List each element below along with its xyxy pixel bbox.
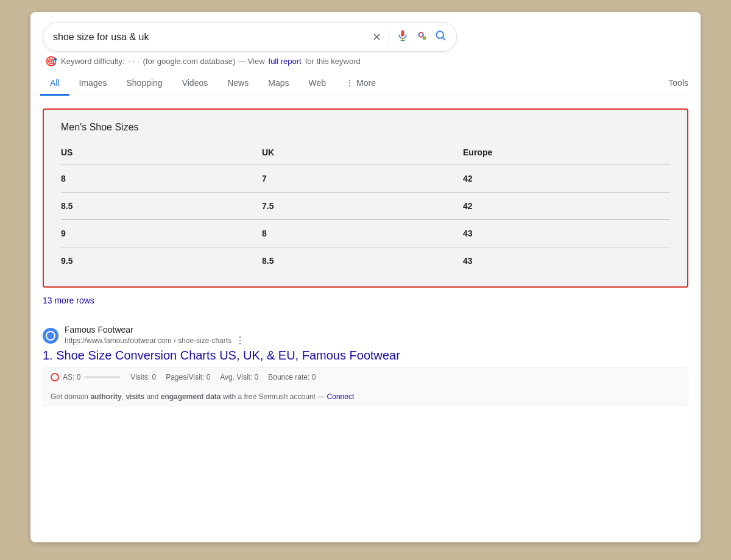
as-score: AS: 0 — [51, 373, 121, 381]
search-result-1: Famous Footwear https://www.famousfootwe… — [43, 325, 688, 406]
microphone-icon[interactable] — [397, 29, 409, 44]
table-row: 8.57.542 — [61, 193, 670, 220]
cell-uk-1: 7.5 — [262, 193, 463, 220]
tab-more[interactable]: ⋮ More — [336, 72, 386, 96]
result-source: Famous Footwear https://www.famousfootwe… — [43, 325, 688, 346]
cell-uk-0: 7 — [262, 165, 463, 193]
clear-icon[interactable]: ✕ — [372, 30, 381, 44]
result-menu-dots-icon[interactable]: ⋮ — [235, 335, 245, 346]
cell-europe-2: 43 — [463, 220, 670, 247]
tab-videos[interactable]: Videos — [172, 72, 218, 96]
result-site-name: Famous Footwear — [65, 325, 245, 335]
tab-all[interactable]: All — [40, 72, 69, 96]
more-rows-link[interactable]: 13 more rows — [43, 296, 94, 305]
kd-desc: (for google.com database) — View — [143, 57, 265, 66]
search-bar-area: shoe size for usa & uk ✕ — [30, 12, 701, 67]
favicon-inner — [46, 331, 55, 341]
tab-web[interactable]: Web — [298, 72, 336, 96]
pages-visit-label: Pages/Visit: 0 — [166, 373, 210, 381]
result-favicon — [43, 328, 58, 344]
result-title-link[interactable]: 1. Shoe Size Conversion Charts US, UK, &… — [43, 349, 688, 363]
kd-full-report-link[interactable]: full report — [269, 57, 302, 66]
shoe-size-box: Men's Shoe Sizes US UK Europe 87428.57.5… — [43, 108, 688, 288]
semrush-note: Get domain authority, visits and engagem… — [51, 392, 680, 401]
table-row: 9843 — [61, 220, 670, 247]
avg-visit-label: Avg. Visit: 0 — [220, 373, 258, 381]
nav-tabs: All Images Shopping Videos News Maps Web… — [30, 67, 701, 96]
table-row: 8742 — [61, 165, 670, 193]
tab-shopping[interactable]: Shopping — [116, 72, 172, 96]
result-stats-bar: AS: 0 Visits: 0 Pages/Visit: 0 Avg. Visi… — [43, 367, 688, 406]
result-url-row: https://www.famousfootwear.com › shoe-si… — [65, 335, 245, 346]
search-bar-row: shoe size for usa & uk ✕ — [43, 22, 688, 52]
cell-us-1: 8.5 — [61, 193, 262, 220]
svg-point-6 — [423, 37, 425, 39]
col-header-uk: UK — [262, 147, 463, 165]
as-label: AS: 0 — [63, 373, 80, 381]
kd-icon: 🎯 — [45, 55, 57, 67]
main-content: Men's Shoe Sizes US UK Europe 87428.57.5… — [30, 96, 701, 419]
col-header-us: US — [61, 147, 262, 165]
search-divider — [389, 30, 389, 44]
cell-uk-2: 8 — [262, 220, 463, 247]
semrush-connect-link[interactable]: Connect — [327, 392, 355, 401]
shoe-size-title: Men's Shoe Sizes — [61, 122, 670, 133]
search-box[interactable]: shoe size for usa & uk ✕ — [43, 22, 457, 52]
cell-uk-3: 8.5 — [262, 247, 463, 275]
tab-tools[interactable]: Tools — [659, 72, 701, 96]
table-row: 9.58.543 — [61, 247, 670, 275]
lens-icon[interactable] — [415, 29, 428, 45]
kd-dots: · · · — [129, 57, 139, 66]
tab-images[interactable]: Images — [69, 72, 117, 96]
svg-line-8 — [443, 38, 445, 40]
tab-news[interactable]: News — [217, 72, 258, 96]
search-input[interactable]: shoe size for usa & uk — [53, 32, 372, 43]
cell-europe-0: 42 — [463, 165, 670, 193]
kd-suffix: for this keyword — [305, 57, 361, 66]
svg-rect-0 — [401, 30, 404, 37]
bounce-rate-label: Bounce rate: 0 — [268, 373, 316, 381]
cell-us-3: 9.5 — [61, 247, 262, 275]
cell-europe-1: 42 — [463, 193, 670, 220]
page-container: shoe size for usa & uk ✕ — [30, 12, 701, 542]
shoe-size-table: US UK Europe 87428.57.54298439.58.543 — [61, 147, 670, 274]
tab-maps[interactable]: Maps — [258, 72, 298, 96]
as-circle-icon — [51, 373, 59, 381]
more-dots-icon: ⋮ — [345, 78, 354, 88]
keyword-difficulty-bar: 🎯 Keyword difficulty: · · · (for google.… — [43, 52, 688, 67]
cell-europe-3: 43 — [463, 247, 670, 275]
visits-label: Visits: 0 — [130, 373, 156, 381]
result-source-info: Famous Footwear https://www.famousfootwe… — [65, 325, 245, 346]
kd-label: Keyword difficulty: — [61, 57, 125, 66]
cell-us-0: 8 — [61, 165, 262, 193]
search-icon[interactable] — [434, 29, 447, 44]
cell-us-2: 9 — [61, 220, 262, 247]
result-url: https://www.famousfootwear.com › shoe-si… — [65, 336, 231, 345]
as-bar — [84, 376, 121, 378]
col-header-europe: Europe — [463, 147, 670, 165]
